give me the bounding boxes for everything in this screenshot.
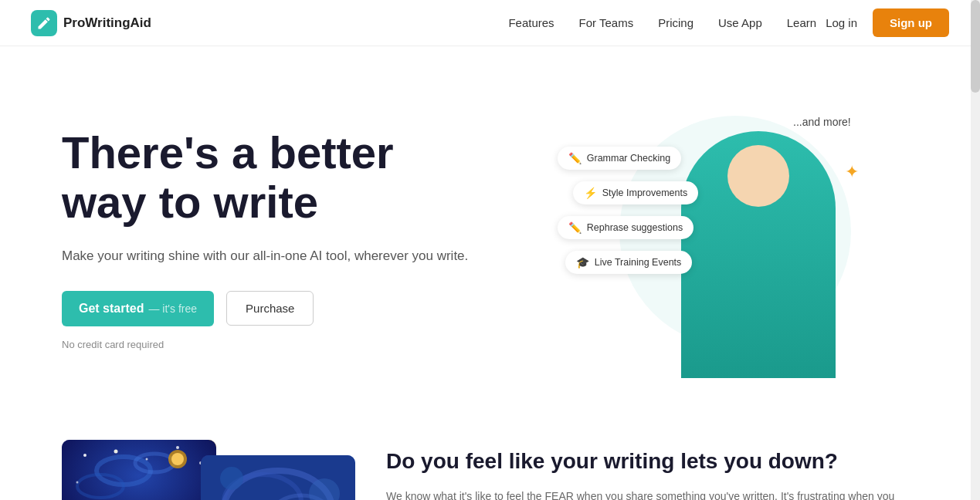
navbar: ProWritingAid Features For Teams Pricing… xyxy=(0,0,980,46)
grammar-icon: ✏️ xyxy=(568,152,582,164)
logo-svg xyxy=(36,15,52,31)
abstract-svg xyxy=(201,455,355,500)
nav-use-app[interactable]: Use App xyxy=(718,16,762,29)
second-text: Do you feel like your writing lets you d… xyxy=(386,440,918,500)
pill-training: 🎓 Live Training Events xyxy=(565,251,693,274)
hero-title: There's a better way to write xyxy=(62,128,490,227)
second-title: Do you feel like your writing lets you d… xyxy=(386,448,918,475)
nav-for-teams[interactable]: For Teams xyxy=(579,16,634,29)
brand-name: ProWritingAid xyxy=(63,15,151,31)
nav-features[interactable]: Features xyxy=(508,16,554,29)
hero-right: ...and more! ✦ ✏️ Grammar Checking ⚡ Sty… xyxy=(490,93,919,386)
no-credit-card-text: No credit card required xyxy=(62,339,490,350)
brand-logo[interactable]: ProWritingAid xyxy=(31,10,151,36)
pill-style-label: Style Improvements xyxy=(602,188,687,198)
svg-point-5 xyxy=(114,450,118,454)
image-card-1 xyxy=(62,440,216,500)
pill-training-label: Live Training Events xyxy=(595,257,682,268)
scrollbar[interactable] xyxy=(971,0,980,500)
get-started-button[interactable]: Get started — it's free xyxy=(62,291,214,326)
nav-pricing[interactable]: Pricing xyxy=(658,16,693,29)
hero-left: There's a better way to write Make your … xyxy=(62,128,490,350)
nav-links: Features For Teams Pricing Use App Learn xyxy=(508,16,816,30)
login-button[interactable]: Log in xyxy=(816,10,866,35)
svg-point-20 xyxy=(220,467,243,490)
second-section: My idea in my head Do you feel like your… xyxy=(0,417,980,500)
purchase-button[interactable]: Purchase xyxy=(226,291,314,326)
rephrase-icon: ✏️ xyxy=(568,221,582,234)
hero-subtitle: Make your writing shine with our all-in-… xyxy=(62,245,490,266)
nav-learn[interactable]: Learn xyxy=(787,16,816,29)
logo-icon xyxy=(31,10,57,36)
starry-night-svg xyxy=(62,440,216,500)
style-icon: ⚡ xyxy=(584,187,597,199)
svg-point-4 xyxy=(83,454,86,457)
pill-grammar: ✏️ Grammar Checking xyxy=(558,147,681,170)
scrollbar-thumb[interactable] xyxy=(971,0,980,93)
hero-section: There's a better way to write Make your … xyxy=(0,46,980,417)
signup-button[interactable]: Sign up xyxy=(873,8,949,37)
star-icon: ✦ xyxy=(845,162,859,182)
svg-point-6 xyxy=(146,458,148,461)
pill-rephrase-label: Rephrase suggestions xyxy=(587,222,683,233)
training-icon: 🎓 xyxy=(576,256,589,269)
get-started-label: Get started xyxy=(79,302,144,316)
hero-person-illustration xyxy=(681,131,836,378)
pill-rephrase: ✏️ Rephrase suggestions xyxy=(558,216,693,239)
hero-illustration: ...and more! ✦ ✏️ Grammar Checking ⚡ Sty… xyxy=(558,100,851,378)
svg-point-11 xyxy=(171,453,184,465)
second-body: We know what it's like to feel the FEAR … xyxy=(386,488,918,500)
get-started-sub: — it's free xyxy=(148,302,197,315)
image-card-2 xyxy=(201,455,355,500)
hero-person-head xyxy=(727,145,789,207)
svg-point-7 xyxy=(176,446,179,449)
svg-point-9 xyxy=(76,481,79,484)
second-images: My idea in my head xyxy=(62,440,340,500)
pill-grammar-label: Grammar Checking xyxy=(587,153,670,164)
more-label: ...and more! xyxy=(793,116,851,128)
hero-cta: Get started — it's free Purchase xyxy=(62,291,490,326)
second-title-text: Do you feel like your writing lets you d… xyxy=(386,449,838,473)
pill-style: ⚡ Style Improvements xyxy=(573,181,698,204)
